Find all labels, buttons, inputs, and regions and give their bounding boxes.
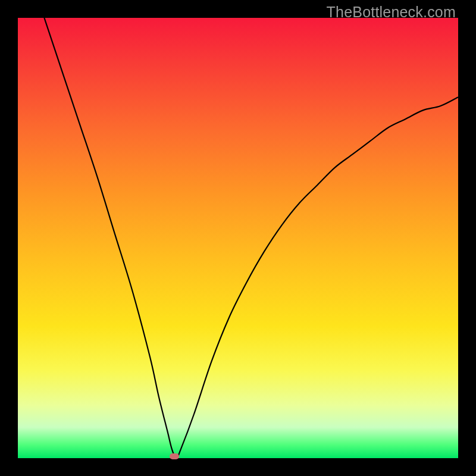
chart-plot-area <box>18 18 458 458</box>
minimum-marker <box>170 453 179 459</box>
bottleneck-curve <box>44 18 458 458</box>
curve-svg <box>18 18 458 458</box>
